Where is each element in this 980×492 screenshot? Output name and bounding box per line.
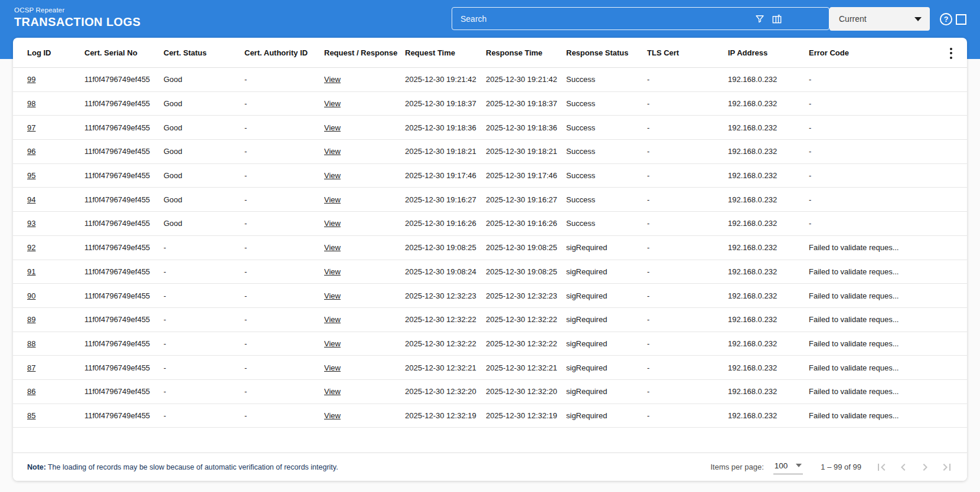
question-circle-icon[interactable]: ? [939, 12, 953, 28]
log-id-link[interactable]: 89 [27, 315, 35, 324]
view-link[interactable]: View [324, 171, 341, 180]
response-time-cell: 2025-12-30 19:18:37 [486, 99, 566, 108]
col-cert-serial: Cert. Serial No [84, 48, 164, 57]
col-tls-cert: TLS Cert [647, 48, 728, 57]
view-link[interactable]: View [324, 123, 341, 132]
search-input[interactable] [452, 8, 754, 29]
col-response-status: Response Status [566, 48, 647, 57]
log-id-link[interactable]: 98 [27, 99, 35, 108]
page-title: TRANSACTION LOGS [14, 15, 141, 29]
log-id-cell: 85 [27, 411, 84, 420]
tls-cert-cell: - [647, 219, 728, 228]
cert-authority-cell: - [244, 147, 324, 156]
kebab-menu-icon[interactable] [943, 45, 959, 61]
log-id-link[interactable]: 87 [27, 363, 35, 372]
chevron-left-icon[interactable] [896, 460, 910, 474]
funnel-icon[interactable] [754, 14, 765, 24]
request-time-cell: 2025-12-30 19:08:24 [405, 267, 486, 276]
tls-cert-cell: - [647, 339, 728, 348]
app-name: OCSP Repeater [14, 6, 141, 14]
log-id-cell: 96 [27, 147, 84, 156]
chevron-right-icon[interactable] [918, 460, 932, 474]
error-code-cell: Failed to validate reques... [809, 291, 941, 300]
view-select[interactable]: Current [829, 7, 930, 31]
view-link[interactable]: View [324, 267, 341, 276]
table-footer: Note:The loading of records may be slow … [13, 452, 967, 481]
square-icon[interactable] [956, 14, 966, 25]
cert-serial-cell: 11f0f4796749ef455 [84, 243, 164, 252]
note-label: Note: [27, 463, 46, 471]
response-time-cell: 2025-12-30 19:08:25 [486, 243, 566, 252]
log-id-cell: 91 [27, 267, 84, 276]
chevron-down-icon [796, 464, 802, 467]
response-status-cell: sigRequired [566, 315, 647, 324]
request-time-cell: 2025-12-30 19:18:21 [405, 147, 486, 156]
note-text: The loading of records may be slow becau… [48, 463, 338, 471]
view-link[interactable]: View [324, 243, 341, 252]
request-response-cell: View [324, 219, 405, 228]
view-link[interactable]: View [324, 219, 341, 228]
table-row: 96 11f0f4796749ef455 Good - View 2025-12… [13, 140, 967, 164]
tls-cert-cell: - [647, 171, 728, 180]
log-id-link[interactable]: 86 [27, 387, 35, 396]
log-id-link[interactable]: 93 [27, 219, 35, 228]
view-link[interactable]: View [324, 339, 341, 348]
ip-address-cell: 192.168.0.232 [728, 123, 809, 132]
log-id-link[interactable]: 91 [27, 267, 35, 276]
view-link[interactable]: View [324, 411, 341, 420]
log-id-link[interactable]: 85 [27, 411, 35, 420]
log-id-link[interactable]: 92 [27, 243, 35, 252]
col-response-time: Response Time [486, 48, 566, 57]
log-id-link[interactable]: 88 [27, 339, 35, 348]
log-id-link[interactable]: 97 [27, 123, 35, 132]
log-id-link[interactable]: 99 [27, 75, 35, 84]
last-page-icon[interactable] [940, 460, 954, 474]
log-id-cell: 90 [27, 291, 84, 300]
log-id-link[interactable]: 90 [27, 291, 35, 300]
view-link[interactable]: View [324, 99, 341, 108]
view-link[interactable]: View [324, 363, 341, 372]
log-id-link[interactable]: 94 [27, 195, 35, 204]
header-titles: OCSP Repeater TRANSACTION LOGS [14, 6, 141, 29]
request-time-cell: 2025-12-30 12:32:19 [405, 411, 486, 420]
view-link[interactable]: View [324, 387, 341, 396]
log-id-cell: 92 [27, 243, 84, 252]
log-id-link[interactable]: 95 [27, 171, 35, 180]
col-ip-address: IP Address [728, 48, 809, 57]
view-link[interactable]: View [324, 291, 341, 300]
tls-cert-cell: - [647, 291, 728, 300]
view-link[interactable]: View [324, 315, 341, 324]
first-page-icon[interactable] [874, 460, 888, 474]
ip-address-cell: 192.168.0.232 [728, 99, 809, 108]
cert-status-cell: Good [164, 219, 244, 228]
cert-serial-cell: 11f0f4796749ef455 [84, 411, 164, 420]
cert-serial-cell: 11f0f4796749ef455 [84, 147, 164, 156]
cert-status-cell: Good [164, 75, 244, 84]
request-response-cell: View [324, 411, 405, 420]
log-id-link[interactable]: 96 [27, 147, 35, 156]
cert-status-cell: - [164, 411, 244, 420]
table-row: 90 11f0f4796749ef455 - - View 2025-12-30… [13, 284, 967, 308]
view-link[interactable]: View [324, 75, 341, 84]
view-link[interactable]: View [324, 147, 341, 156]
response-time-cell: 2025-12-30 19:08:25 [486, 267, 566, 276]
request-response-cell: View [324, 195, 405, 204]
response-time-cell: 2025-12-30 12:32:20 [486, 387, 566, 396]
tls-cert-cell: - [647, 99, 728, 108]
table-columns-icon[interactable] [771, 13, 783, 25]
response-status-cell: Success [566, 99, 647, 108]
response-time-cell: 2025-12-30 19:16:27 [486, 195, 566, 204]
items-per-page-select[interactable]: 100 [773, 460, 803, 474]
paginator: Items per page: 100 1 – 99 of 99 [710, 460, 954, 474]
log-id-cell: 89 [27, 315, 84, 324]
cert-authority-cell: - [244, 75, 324, 84]
cert-serial-cell: 11f0f4796749ef455 [84, 99, 164, 108]
response-status-cell: Success [566, 219, 647, 228]
ip-address-cell: 192.168.0.232 [728, 195, 809, 204]
cert-authority-cell: - [244, 387, 324, 396]
response-status-cell: sigRequired [566, 243, 647, 252]
cert-status-cell: - [164, 315, 244, 324]
tls-cert-cell: - [647, 123, 728, 132]
view-link[interactable]: View [324, 195, 341, 204]
cert-authority-cell: - [244, 363, 324, 372]
